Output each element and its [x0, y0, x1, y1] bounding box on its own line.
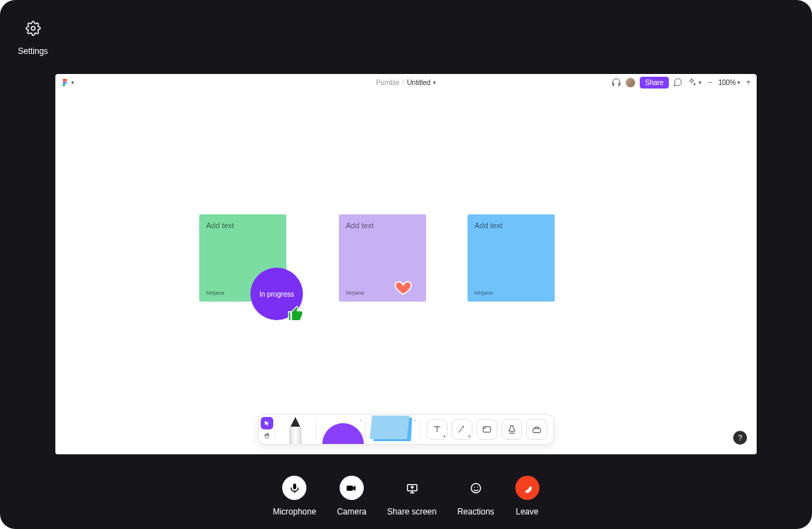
- sticky-placeholder: Add text: [346, 221, 419, 230]
- svg-point-8: [477, 486, 478, 488]
- help-button[interactable]: ?: [733, 431, 747, 445]
- settings-label: Settings: [18, 46, 48, 56]
- gear-icon: [26, 21, 41, 39]
- share-button[interactable]: Share: [640, 77, 670, 89]
- progress-label: In progress: [259, 290, 294, 298]
- share-screen-label: Share screen: [387, 507, 436, 517]
- reactions-button[interactable]: Reactions: [457, 476, 494, 517]
- svg-point-7: [474, 486, 475, 488]
- zoom-in-button[interactable]: +: [744, 77, 753, 87]
- sparkle-icon[interactable]: [687, 77, 696, 87]
- breadcrumb-workspace: Pumble: [376, 79, 400, 86]
- avatar[interactable]: [625, 77, 636, 88]
- help-label: ?: [738, 434, 742, 442]
- reactions-icon: [463, 476, 488, 500]
- pointer-tool[interactable]: [261, 417, 273, 429]
- leave-icon: [515, 476, 539, 500]
- widgets-tool[interactable]: [526, 419, 547, 440]
- chevron-down-icon[interactable]: ▾: [433, 80, 436, 86]
- breadcrumb-separator: /: [403, 79, 405, 86]
- chevron-up-icon[interactable]: ˄: [359, 419, 362, 426]
- stamp-tool[interactable]: [501, 419, 522, 440]
- connector-tool[interactable]: ▾: [452, 419, 472, 440]
- chat-icon[interactable]: [673, 77, 683, 87]
- svg-rect-3: [533, 429, 541, 433]
- shape-tool[interactable]: ˄: [317, 415, 365, 444]
- whiteboard-window: ▾ Pumble / Untitled ▾ Share: [55, 74, 757, 454]
- figma-menu-icon[interactable]: [61, 79, 68, 86]
- chevron-up-icon[interactable]: ˄: [414, 419, 417, 426]
- microphone-icon: [282, 476, 306, 500]
- tool-dock: ˄ ˄ ▾ ▾: [258, 414, 554, 445]
- call-controls: Microphone Camera Share screen Reactions…: [0, 476, 812, 517]
- app-frame: Settings ▾ Pumble / U: [0, 0, 812, 529]
- svg-point-0: [31, 26, 35, 30]
- svg-point-1: [65, 81, 67, 83]
- share-screen-button[interactable]: Share screen: [387, 476, 436, 517]
- zoom-level[interactable]: 100% ▾: [718, 79, 740, 86]
- heart-icon: [394, 279, 413, 299]
- svg-rect-4: [347, 485, 353, 491]
- settings-button[interactable]: Settings: [18, 21, 48, 56]
- zoom-value: 100%: [718, 79, 736, 86]
- thumbs-up-icon: [287, 305, 305, 324]
- camera-label: Camera: [337, 507, 367, 517]
- pen-tool[interactable]: [275, 415, 316, 444]
- microphone-label: Microphone: [273, 507, 316, 517]
- sticky-placeholder: Add text: [474, 221, 548, 230]
- sticky-tool[interactable]: ˄: [366, 415, 420, 444]
- svg-rect-2: [483, 427, 491, 432]
- hand-tool[interactable]: [261, 429, 273, 442]
- headphones-icon[interactable]: [611, 77, 621, 87]
- leave-label: Leave: [516, 507, 539, 517]
- reactions-label: Reactions: [457, 507, 494, 517]
- board-top-bar: ▾ Pumble / Untitled ▾ Share: [55, 74, 757, 91]
- breadcrumb[interactable]: Pumble / Untitled ▾: [376, 79, 436, 86]
- progress-badge[interactable]: In progress: [250, 268, 303, 320]
- sticky-placeholder: Add text: [206, 221, 279, 230]
- svg-point-6: [471, 483, 481, 493]
- microphone-button[interactable]: Microphone: [273, 476, 316, 517]
- camera-button[interactable]: Camera: [337, 476, 367, 517]
- section-tool[interactable]: [477, 419, 497, 440]
- chevron-down-icon[interactable]: ▾: [699, 80, 701, 86]
- canvas[interactable]: Add text Mirjana In progress Add text Mi…: [55, 91, 757, 454]
- share-screen-icon: [400, 476, 424, 500]
- sticky-note[interactable]: Add text Mirjana: [339, 214, 426, 301]
- breadcrumb-file: Untitled: [407, 79, 430, 86]
- text-tool[interactable]: ▾: [427, 419, 447, 440]
- zoom-out-button[interactable]: −: [705, 77, 714, 87]
- chevron-down-icon: ▾: [737, 80, 740, 86]
- sticky-author: Mirjana: [474, 290, 548, 296]
- chevron-down-icon[interactable]: ▾: [71, 80, 74, 86]
- sticky-note[interactable]: Add text Mirjana: [468, 214, 555, 301]
- leave-button[interactable]: Leave: [515, 476, 539, 517]
- camera-icon: [340, 476, 364, 500]
